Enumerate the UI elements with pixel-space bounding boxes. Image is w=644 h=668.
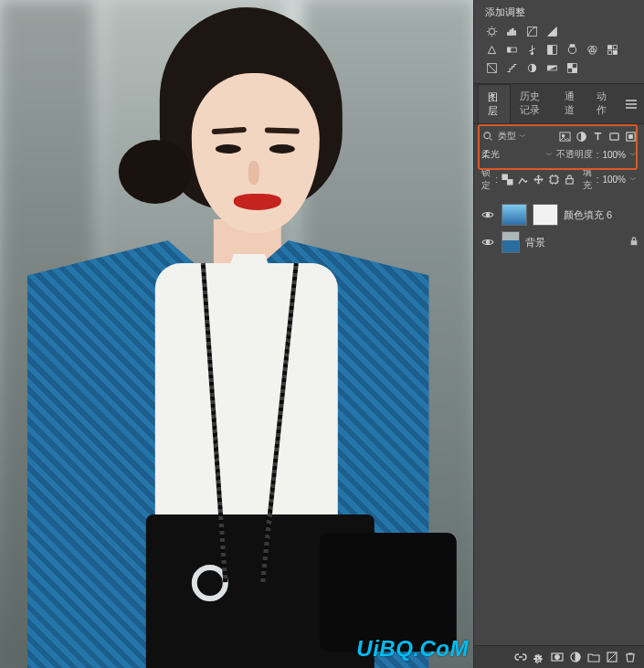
svg-rect-24: [567, 63, 572, 68]
blend-mode-value: 柔光: [481, 148, 500, 161]
lock-artboard-icon[interactable]: [548, 173, 560, 186]
layer-name[interactable]: 颜色填充 6: [564, 208, 612, 222]
visibility-toggle-icon[interactable]: [480, 238, 496, 247]
chevron-down-icon: ﹀: [629, 150, 637, 160]
layer-mask-icon[interactable]: [549, 650, 565, 664]
layer-name[interactable]: 背景: [525, 236, 545, 249]
svg-rect-4: [513, 30, 515, 35]
document-canvas[interactable]: UiBQ.CoM: [0, 0, 473, 668]
layers-list: 颜色填充 6 背景: [474, 197, 644, 425]
layer-filter-type-dropdown[interactable]: 类型 ﹀: [498, 130, 526, 143]
chevron-down-icon: ﹀: [629, 175, 637, 185]
filter-adjustment-icon[interactable]: [575, 130, 587, 143]
svg-point-37: [486, 213, 489, 216]
svg-point-26: [484, 133, 491, 139]
svg-text:fx: fx: [535, 653, 541, 662]
svg-rect-18: [607, 50, 611, 54]
blend-mode-dropdown[interactable]: 柔光: [481, 148, 500, 161]
svg-rect-7: [507, 48, 510, 52]
svg-rect-16: [607, 45, 611, 48]
channel-mixer-icon[interactable]: [586, 43, 598, 56]
link-layers-icon[interactable]: [512, 650, 529, 664]
tab-layers[interactable]: 图层: [478, 84, 511, 123]
color-balance-icon[interactable]: [525, 43, 538, 56]
vibrance-icon[interactable]: [485, 43, 498, 56]
svg-point-0: [489, 28, 495, 35]
search-icon[interactable]: [481, 130, 494, 143]
fill-value[interactable]: 100%: [602, 175, 626, 185]
watermark-text: UiBQ.CoM: [356, 636, 469, 662]
svg-point-8: [531, 52, 533, 54]
curves-icon[interactable]: [525, 25, 538, 37]
svg-rect-5: [527, 27, 536, 36]
threshold-icon[interactable]: [525, 61, 538, 74]
svg-rect-35: [550, 175, 556, 182]
layer-row[interactable]: 颜色填充 6: [474, 201, 644, 228]
svg-rect-36: [565, 178, 572, 184]
lock-position-icon[interactable]: [533, 173, 544, 186]
panel-menu-icon[interactable]: [618, 84, 644, 123]
filter-text-icon[interactable]: [591, 130, 604, 143]
gradient-map-icon[interactable]: [545, 61, 558, 74]
chevron-down-icon: ﹀: [519, 132, 526, 142]
tab-channels[interactable]: 通道: [555, 84, 586, 123]
opacity-value[interactable]: 100%: [602, 150, 626, 160]
invert-icon[interactable]: [485, 61, 498, 74]
svg-rect-3: [512, 28, 513, 35]
svg-rect-34: [507, 179, 512, 185]
layer-style-icon[interactable]: fx: [531, 650, 547, 664]
filter-pixel-icon[interactable]: [558, 130, 571, 143]
tab-actions[interactable]: 动作: [587, 84, 618, 123]
color-lookup-icon[interactable]: [606, 43, 618, 56]
layers-panel-footer: fx: [474, 645, 644, 668]
posterize-icon[interactable]: [505, 61, 518, 74]
layer-thumbnail[interactable]: [501, 231, 520, 253]
new-layer-icon[interactable]: [604, 650, 620, 664]
layer-thumbnail[interactable]: [501, 204, 527, 226]
layer-controls: 类型 ﹀ 柔光 ﹀ 不透明度 : 100% ﹀ 锁定:: [474, 124, 644, 197]
svg-rect-12: [570, 44, 575, 46]
svg-rect-9: [547, 45, 552, 54]
lock-transparent-icon[interactable]: [501, 173, 513, 186]
tab-history[interactable]: 历史记录: [511, 84, 555, 123]
hue-sat-icon[interactable]: [505, 43, 518, 56]
adjustments-title: 添加调整: [485, 5, 637, 19]
adjustments-panel: 添加调整: [474, 0, 644, 84]
svg-rect-17: [613, 45, 617, 48]
layer-filter-type-label: 类型: [498, 130, 516, 143]
photo-subject: [18, 7, 438, 668]
svg-rect-32: [628, 134, 632, 138]
panels-sidebar: 添加调整: [473, 0, 644, 668]
svg-rect-33: [502, 174, 508, 179]
panel-tabs: 图层 历史记录 通道 动作: [474, 84, 644, 124]
chevron-down-icon: ﹀: [545, 150, 553, 160]
adjustment-layer-icon[interactable]: [567, 650, 584, 664]
svg-rect-1: [507, 32, 509, 35]
svg-rect-39: [631, 240, 638, 245]
brightness-contrast-icon[interactable]: [485, 25, 498, 37]
fill-label: 填充: [583, 166, 593, 192]
svg-rect-30: [609, 133, 618, 139]
selective-color-icon[interactable]: [565, 61, 578, 74]
exposure-icon[interactable]: [545, 25, 558, 37]
visibility-toggle-icon[interactable]: [480, 210, 496, 219]
filter-shape-icon[interactable]: [607, 130, 620, 143]
layer-mask-thumbnail[interactable]: [533, 204, 558, 226]
lock-label: 锁定: [481, 166, 491, 192]
group-icon[interactable]: [586, 650, 602, 664]
filter-smartobject-icon[interactable]: [624, 130, 637, 143]
delete-layer-icon[interactable]: [622, 650, 639, 664]
lock-all-icon[interactable]: [564, 173, 575, 186]
svg-point-28: [562, 134, 565, 137]
photo-filter-icon[interactable]: [565, 43, 578, 56]
svg-rect-25: [572, 68, 576, 72]
svg-rect-19: [613, 50, 617, 54]
svg-point-38: [486, 240, 489, 243]
svg-rect-2: [510, 29, 512, 35]
layer-row[interactable]: 背景: [474, 228, 644, 256]
lock-image-icon[interactable]: [517, 173, 529, 186]
opacity-label: 不透明度: [556, 148, 593, 161]
black-white-icon[interactable]: [545, 43, 558, 56]
levels-icon[interactable]: [505, 25, 518, 37]
svg-rect-10: [552, 45, 556, 54]
